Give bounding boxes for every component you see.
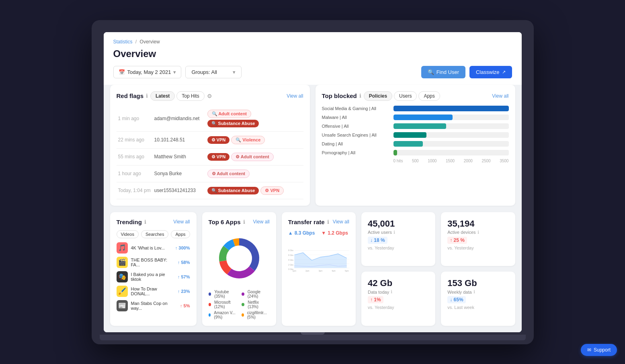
donut-chart — [211, 230, 267, 286]
badges-cell: ⚙ VPN⚙ Adult content — [205, 148, 303, 165]
bar-track — [393, 132, 509, 138]
stat-value: 45,001 — [368, 219, 429, 229]
red-flags-view-all[interactable]: View all — [287, 93, 303, 99]
time-cell: 1 min ago — [117, 106, 153, 132]
list-item[interactable]: 🎵 4K 'What is Lov... ↑ 300% — [117, 242, 190, 254]
chevron-down-icon: ▾ — [233, 69, 236, 75]
info-icon: ℹ — [243, 219, 245, 225]
donut-chart-container: Youtube (35%)Google (24%)Microsoft (12%)… — [209, 230, 270, 319]
tab-apps[interactable]: Apps — [171, 230, 190, 238]
badge[interactable]: ⚙ VPN — [207, 136, 230, 144]
page-title: Overview — [104, 47, 522, 66]
tab-top-hits[interactable]: Top Hits — [176, 91, 204, 101]
tab-searches[interactable]: Searches — [141, 230, 168, 238]
bar-fill — [393, 150, 398, 155]
donut-segment[interactable] — [227, 266, 255, 278]
legend-dot — [242, 292, 244, 296]
bar-fill — [393, 141, 423, 147]
trend-title: I Baked you a pie tiktok — [131, 272, 174, 282]
legend-dot — [209, 313, 211, 317]
trending-list: 🎵 4K 'What is Lov... ↑ 300% 🎬 THE BOSS B… — [117, 242, 190, 311]
donut-segment[interactable] — [239, 238, 259, 271]
toolbar: 📅 Today, May 2 2021 ▾ Groups: All ▾ 🔍 Fi… — [104, 66, 522, 85]
trending-view-all[interactable]: View all — [173, 219, 190, 225]
stat-change: ↓ 18 % — [368, 237, 387, 244]
badge[interactable]: 🔍 Violence — [231, 136, 265, 144]
top-blocked-card: Top blocked ℹ Policies Users Apps View a… — [316, 85, 515, 206]
top-blocked-chart: Social Media & Gaming | All Malware | Al… — [322, 106, 509, 163]
stat-value: 35,194 — [447, 219, 508, 229]
red-flags-table: 1 min ago adam@midlandis.net 🔍 Adult con… — [117, 106, 303, 199]
table-row: 55 mins ago Matthew Smith ⚙ VPN⚙ Adult c… — [117, 148, 303, 165]
bottom-grid: Trending ℹ View all Videos Searches Apps… — [104, 212, 522, 332]
bar-row: Pornography | All — [322, 150, 509, 155]
top-blocked-tabs: Policies Users Apps — [364, 91, 440, 101]
settings-icon[interactable]: ⚙ — [207, 93, 212, 99]
tab-users[interactable]: Users — [394, 91, 417, 101]
bar-row: Dating | All — [322, 141, 509, 147]
red-flags-card: Red flags ℹ Latest Top Hits ⚙ View all 1… — [110, 85, 310, 206]
user-cell: user155341241233 — [153, 182, 205, 199]
list-item[interactable]: 📰 Man Stabs Cop on way... ↑ 5% — [117, 300, 190, 311]
transfer-rate-view-all[interactable]: View all — [333, 219, 349, 225]
top-blocked-view-all[interactable]: View all — [492, 93, 508, 99]
bar-axis: 0 hits50010001500200025003500 — [322, 159, 509, 163]
info-icon: ℹ — [359, 93, 361, 99]
trend-thumbnail: 🎬 — [117, 257, 128, 268]
badge[interactable]: ⚙ Adult content — [231, 153, 274, 161]
trend-thumbnail: 🎭 — [117, 271, 128, 282]
red-flags-header: Red flags ℹ Latest Top Hits ⚙ View all — [117, 91, 303, 101]
legend-item: Amazon V... (9%) — [209, 311, 237, 319]
badge[interactable]: ⚙ Adult content — [207, 170, 250, 178]
tab-latest[interactable]: Latest — [150, 91, 175, 101]
bar-row: Social Media & Gaming | All — [322, 106, 509, 111]
transfer-chart: 8 Gbs 6 Gbs 4 Gbs 2 Gbs 0 Gbs — [288, 238, 349, 284]
top6apps-view-all[interactable]: View all — [253, 219, 270, 225]
support-button[interactable]: ✉ Support — [581, 344, 617, 356]
stat-mini-card: 153 Gb Weekly data ℹ ↓ 65% vs. Last week — [441, 272, 515, 326]
tab-policies[interactable]: Policies — [364, 91, 392, 101]
badges-cell: ⚙ Adult content — [205, 165, 303, 182]
bar-fill — [393, 123, 446, 129]
legend-item: Youtube (35%) — [209, 290, 237, 299]
legend-dot — [209, 292, 211, 296]
svg-text:4 Gbs: 4 Gbs — [288, 259, 294, 261]
trend-change: ↑ 300% — [175, 245, 190, 250]
bar-label: Malware | All — [322, 115, 390, 120]
trend-change: ↑ 57% — [178, 274, 190, 279]
badge[interactable]: 🔍 Substance Abuse — [207, 187, 259, 194]
legend-item: Google (24%) — [242, 290, 270, 299]
groups-label: Groups: All — [191, 69, 217, 75]
badge[interactable]: 🔍 Substance Abuse — [207, 120, 259, 127]
date-picker-button[interactable]: 📅 Today, May 2 2021 ▾ — [113, 66, 182, 78]
tab-videos[interactable]: Videos — [117, 230, 139, 238]
stat-vs: vs. Yesterday — [368, 305, 429, 310]
find-user-button[interactable]: 🔍 Find User — [421, 66, 465, 78]
transfer-line-chart: 8 Gbs 6 Gbs 4 Gbs 2 Gbs 0 Gbs — [288, 238, 349, 282]
time-cell: 22 mins ago — [117, 131, 153, 148]
badge[interactable]: 🔍 Adult content — [207, 110, 252, 118]
list-item[interactable]: 🎬 THE BOSS BABY: FA... ↑ 58% — [117, 257, 190, 268]
groups-dropdown-button[interactable]: Groups: All ▾ — [185, 66, 242, 78]
time-cell: Today, 1:04 pm — [117, 182, 153, 199]
time-cell: 1 hour ago — [117, 165, 153, 182]
top-blocked-header: Top blocked ℹ Policies Users Apps View a… — [322, 91, 509, 101]
info-icon: ℹ — [327, 219, 329, 225]
chevron-down-icon: ▾ — [173, 69, 176, 75]
paper-plane-icon: ✉ — [587, 347, 591, 353]
badges-cell: ⚙ VPN🔍 Violence — [205, 131, 303, 148]
tab-apps[interactable]: Apps — [418, 91, 440, 101]
user-cell: Matthew Smith — [153, 148, 205, 165]
legend-item: Netflix (13%) — [242, 300, 270, 309]
svg-text:1pm: 1pm — [292, 270, 296, 272]
svg-text:5pm: 5pm — [345, 270, 348, 272]
list-item[interactable]: 🎭 I Baked you a pie tiktok ↑ 57% — [117, 271, 190, 282]
info-icon: ℹ — [144, 219, 146, 225]
red-flags-tabs: Latest Top Hits — [150, 91, 205, 101]
list-item[interactable]: 🖌️ How To Draw DONAL... ↑ 23% — [117, 286, 190, 297]
classwize-button[interactable]: Classwize ↗ — [469, 66, 512, 78]
badge[interactable]: ⚙ VPN — [207, 153, 230, 161]
badge[interactable]: ⚙ VPN — [260, 186, 284, 195]
breadcrumb-parent[interactable]: Statistics — [113, 39, 133, 45]
stat-value: 153 Gb — [447, 278, 508, 288]
